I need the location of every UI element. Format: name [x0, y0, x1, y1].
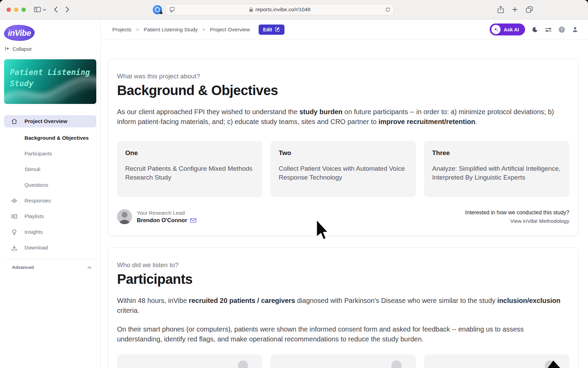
browser-chrome: reports.invibe.co/r/1048 — [0, 0, 588, 19]
chevron-up-icon — [87, 265, 92, 270]
sidebar-item-background-objectives[interactable]: Background & Objectives — [4, 130, 96, 146]
objective-card-title: Two — [279, 149, 408, 157]
lock-badge-icon — [159, 11, 163, 15]
objective-cards: One Recruit Patients & Configure Mixed M… — [117, 141, 569, 197]
breadcrumb-separator: > — [202, 27, 205, 32]
objective-card-three: Three Analyze: Simplified with Artificia… — [424, 141, 569, 197]
back-icon[interactable] — [54, 6, 58, 13]
forward-icon[interactable] — [65, 6, 69, 13]
mail-icon[interactable] — [190, 218, 196, 223]
sidebar-item-download[interactable]: Download — [4, 240, 96, 256]
tab-overview-icon[interactable] — [526, 6, 533, 13]
objective-card-body: Collect Patient Voices with Automated Vo… — [279, 164, 408, 182]
sidebar-item-label: Playlists — [24, 213, 44, 219]
sidebar: inVibe Collapse Patient Listening — [0, 19, 101, 368]
participants-section: Who did we listen to? Participants Withi… — [108, 247, 578, 368]
view-methodology-link[interactable]: View inVibe Methodology — [465, 218, 569, 224]
objective-card-title: One — [125, 149, 254, 157]
sidebar-item-stimuli[interactable]: Stimuli — [4, 162, 96, 177]
breadcrumb-study[interactable]: Patient Listening Study — [144, 27, 198, 33]
home-icon — [4, 118, 24, 124]
advanced-label: Advanced — [12, 265, 34, 270]
address-bar[interactable]: reports.invibe.co/r/1048 — [165, 4, 394, 15]
page-header: Projects > Patient Listening Study > Pro… — [101, 19, 588, 40]
close-window-button[interactable] — [6, 7, 11, 12]
section-eyebrow: Who did we listen to? — [117, 261, 569, 269]
breadcrumb-current[interactable]: Project Overview — [210, 27, 250, 33]
sidebar-item-playlists[interactable]: Playlists — [4, 209, 96, 224]
help-icon[interactable]: ? — [558, 26, 565, 33]
lightbulb-icon — [4, 229, 24, 235]
section-title: Background & Objectives — [117, 83, 569, 98]
sidebar-item-label: Insights — [24, 229, 43, 235]
traffic-lights — [6, 7, 26, 12]
edit-button-label: Edit — [263, 27, 272, 32]
sidebar-item-label: Download — [24, 245, 48, 251]
participants-paragraph-1: Within 48 hours, inVibe recruited 20 pat… — [117, 296, 569, 316]
password-manager-icon[interactable] — [153, 5, 162, 14]
invibe-logo[interactable]: inVibe — [4, 25, 35, 41]
collapse-icon — [5, 46, 10, 52]
objective-card-body: Analyze: Simplified with Artificial Inte… — [432, 164, 561, 182]
ask-ai-label: Ask AI — [504, 27, 519, 32]
reader-mode-icon[interactable] — [169, 7, 175, 12]
sidebar-item-participants[interactable]: Participants — [4, 146, 96, 162]
browser-window: reports.invibe.co/r/1048 — [0, 0, 588, 368]
sidebar-toggle-icon[interactable] — [34, 6, 41, 13]
sidebar-nav: Project Overview Background & Objectives… — [4, 115, 96, 275]
user-icon[interactable] — [572, 26, 578, 33]
sidebar-item-responses[interactable]: Responses — [4, 193, 96, 209]
breadcrumb-projects[interactable]: Projects — [112, 27, 131, 33]
sidebar-section-advanced[interactable]: Advanced — [4, 259, 96, 275]
collapse-sidebar-button[interactable]: Collapse — [4, 46, 96, 52]
sidebar-item-insights[interactable]: Insights — [4, 224, 96, 240]
edit-icon — [275, 27, 280, 33]
breadcrumb: Projects > Patient Listening Study > Pro… — [112, 27, 250, 33]
participant-card-circle — [545, 361, 555, 368]
research-lead-label: Your Research Lead — [137, 210, 196, 216]
content-scroll-area[interactable]: What was this project about? Background … — [101, 40, 588, 368]
research-lead-name: Brendon O'Connor — [137, 217, 187, 224]
section-title: Participants — [117, 272, 569, 287]
collapse-label: Collapse — [13, 46, 32, 52]
banner-title: Patient Listening Study — [10, 67, 90, 89]
sidebar-menu-chevron-icon[interactable] — [43, 9, 46, 11]
sliders-icon[interactable] — [545, 27, 552, 33]
sidebar-item-questions[interactable]: Questions — [4, 177, 96, 193]
participant-cards-partial — [117, 354, 569, 368]
breadcrumb-separator: > — [136, 27, 139, 32]
invibe-logo-text: inVibe — [8, 28, 31, 38]
methodology-question: Interested in how we conducted this stud… — [465, 210, 569, 216]
participant-card — [424, 354, 569, 368]
new-tab-icon[interactable] — [512, 6, 518, 13]
zoom-window-button[interactable] — [21, 7, 26, 12]
participant-card-circle — [391, 361, 402, 368]
sparkle-icon — [491, 25, 501, 34]
refresh-icon[interactable] — [385, 7, 390, 12]
objective-card-one: One Recruit Patients & Configure Mixed M… — [117, 141, 262, 197]
research-lead-row: Your Research Lead Brendon O'Connor — [117, 209, 569, 224]
url-text: reports.invibe.co/r/1048 — [256, 6, 311, 13]
research-lead-avatar — [117, 209, 132, 224]
sidebar-item-label: Stimuli — [24, 166, 40, 172]
minimize-window-button[interactable] — [14, 7, 18, 12]
playlists-icon — [4, 214, 24, 219]
edit-button[interactable]: Edit — [259, 25, 284, 35]
participant-card-circle — [238, 361, 248, 368]
dark-mode-moon-icon[interactable] — [532, 26, 538, 33]
participant-card — [271, 354, 416, 368]
participants-paragraph-2: On their smart phones (or computers), pa… — [117, 324, 569, 344]
sidebar-item-label: Responses — [24, 198, 51, 204]
download-icon — [4, 245, 24, 251]
waveform-icon — [4, 198, 24, 203]
share-icon[interactable] — [497, 6, 504, 13]
tls-lock-icon — [249, 7, 253, 12]
ask-ai-button[interactable]: Ask AI — [490, 24, 525, 35]
study-banner[interactable]: Patient Listening Study — [4, 59, 96, 104]
sidebar-item-label: Participants — [24, 151, 52, 157]
objective-card-two: Two Collect Patient Voices with Automate… — [271, 141, 416, 197]
sidebar-item-label: Questions — [24, 182, 48, 188]
background-objectives-section: What was this project about? Background … — [108, 59, 578, 236]
sidebar-item-project-overview[interactable]: Project Overview — [4, 115, 96, 127]
objective-card-title: Three — [432, 149, 561, 157]
